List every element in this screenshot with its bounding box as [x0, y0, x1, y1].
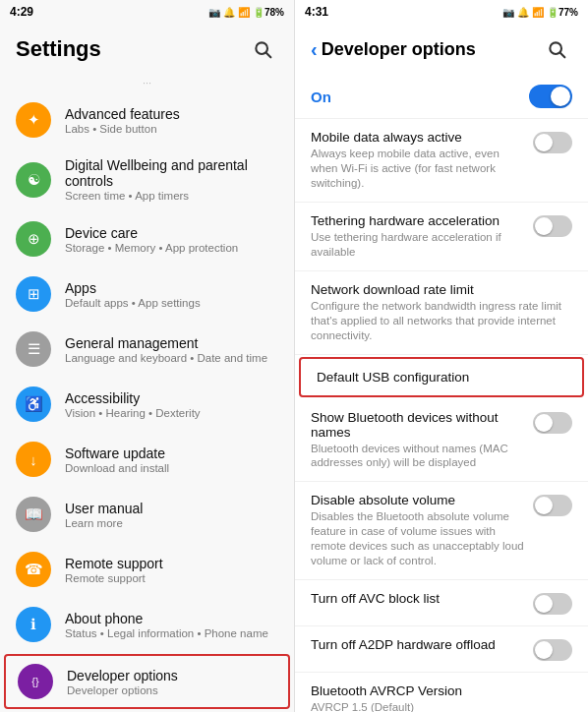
developer-subtitle: Developer options — [67, 684, 276, 696]
manual-subtitle: Learn more — [65, 517, 278, 529]
device-icon: ⊕ — [16, 221, 51, 257]
left-search-button[interactable] — [247, 33, 278, 65]
sidebar-item-accessibility[interactable]: ♿AccessibilityVision • Hearing • Dexteri… — [0, 377, 294, 432]
sidebar-item-wellbeing[interactable]: ☯Digital Wellbeing and parental controls… — [0, 148, 294, 211]
back-button[interactable]: ‹ Developer options — [311, 38, 476, 61]
tethering-toggle[interactable] — [533, 215, 572, 237]
on-toggle[interactable] — [529, 85, 572, 108]
dev-item-avrcp[interactable]: Bluetooth AVRCP VersionAVRCP 1.5 (Defaul… — [295, 673, 588, 712]
remote-subtitle: Remote support — [65, 572, 278, 584]
absolute_volume-toggle-knob — [535, 497, 553, 514]
developer-title: Developer options — [67, 668, 276, 683]
settings-list: ···✦Advanced featuresLabs • Side button☯… — [0, 75, 294, 712]
developer-icon: {} — [18, 664, 53, 699]
back-arrow-icon: ‹ — [311, 38, 318, 61]
apps-subtitle: Default apps • App settings — [65, 297, 278, 309]
avc_block-toggle-knob — [535, 595, 553, 613]
apps-title: Apps — [65, 280, 278, 296]
volume-icon: 🔔 — [223, 7, 235, 18]
accessibility-icon: ♿ — [16, 386, 51, 422]
on-toggle-row[interactable]: On — [295, 75, 588, 119]
right-volume-icon: 🔔 — [517, 7, 529, 18]
sidebar-item-developer[interactable]: {}Developer optionsDeveloper options — [4, 654, 290, 709]
tethering-title: Tethering hardware acceleration — [311, 213, 525, 228]
remote-title: Remote support — [65, 556, 278, 571]
mobile_data-toggle-knob — [535, 134, 553, 151]
mobile_data-toggle[interactable] — [533, 132, 572, 153]
bluetooth_names-subtitle: Bluetooth devices without names (MAC add… — [311, 442, 525, 471]
sidebar-item-about[interactable]: ℹAbout phoneStatus • Legal information •… — [0, 597, 294, 652]
left-header: Settings — [0, 24, 294, 75]
about-title: About phone — [65, 611, 278, 626]
a2dp-toggle-knob — [535, 641, 553, 659]
network_download-title: Network download rate limit — [311, 282, 572, 297]
avrcp-subtitle: AVRCP 1.5 (Default) — [311, 700, 572, 712]
dev-item-usb_config[interactable]: Default USB configuration — [299, 357, 584, 397]
dev-item-tethering[interactable]: Tethering hardware accelerationUse tethe… — [295, 203, 588, 271]
a2dp-toggle[interactable] — [533, 639, 572, 661]
sidebar-item-apps[interactable]: ⊞AppsDefault apps • App settings — [0, 267, 294, 322]
software-subtitle: Download and install — [65, 462, 278, 474]
dev-item-network_download[interactable]: Network download rate limitConfigure the… — [295, 271, 588, 355]
left-header-title: Settings — [16, 36, 101, 62]
right-signal-icon: 📶 — [532, 7, 544, 18]
sidebar-item-software[interactable]: ↓Software updateDownload and install — [0, 432, 294, 487]
left-status-icons: 📷 🔔 📶 🔋78% — [208, 7, 284, 18]
sidebar-item-manual[interactable]: 📖User manualLearn more — [0, 487, 294, 542]
manual-icon: 📖 — [16, 497, 51, 532]
dev-item-mobile_data[interactable]: Mobile data always activeAlways keep mob… — [295, 119, 588, 203]
on-label: On — [311, 89, 331, 105]
right-header-title: Developer options — [322, 39, 476, 60]
advanced-subtitle: Labs • Side button — [65, 123, 278, 135]
absolute_volume-title: Disable absolute volume — [311, 493, 525, 507]
a2dp-title: Turn off A2DP hardware offload — [311, 637, 525, 652]
advanced-icon: ✦ — [16, 102, 51, 138]
dev-item-bluetooth_names[interactable]: Show Bluetooth devices without namesBlue… — [295, 399, 588, 483]
developer-options-list: On Mobile data always activeAlways keep … — [295, 75, 588, 712]
right-header: ‹ Developer options — [295, 24, 588, 75]
svg-line-3 — [560, 53, 565, 58]
avc_block-title: Turn off AVC block list — [311, 591, 525, 606]
absolute_volume-subtitle: Disables the Bluetooth absolute volume f… — [311, 509, 525, 568]
remote-icon: ☎ — [16, 552, 51, 587]
right-time: 4:31 — [305, 5, 328, 19]
sidebar-item-advanced[interactable]: ✦Advanced featuresLabs • Side button — [0, 92, 294, 148]
right-status-icons: 📷 🔔 📶 🔋77% — [502, 7, 578, 18]
camera-indicator-icon: 📷 — [208, 7, 220, 18]
right-camera-icon: 📷 — [502, 7, 514, 18]
left-panel: 4:29 📷 🔔 📶 🔋78% Settings ···✦Advanced fe… — [0, 0, 294, 712]
software-icon: ↓ — [16, 442, 51, 477]
about-icon: ℹ — [16, 607, 51, 642]
left-status-bar: 4:29 📷 🔔 📶 🔋78% — [0, 0, 294, 24]
sidebar-item-device[interactable]: ⊕Device careStorage • Memory • App prote… — [0, 211, 294, 267]
manual-title: User manual — [65, 501, 278, 516]
mobile_data-subtitle: Always keep mobile data active, even whe… — [311, 147, 525, 191]
right-panel: 4:31 📷 🔔 📶 🔋77% ‹ Developer options On M… — [294, 0, 588, 712]
avc_block-toggle[interactable] — [533, 593, 572, 615]
device-title: Device care — [65, 225, 278, 241]
wellbeing-icon: ☯ — [16, 162, 51, 198]
sidebar-item-remote[interactable]: ☎Remote supportRemote support — [0, 542, 294, 597]
avrcp-title: Bluetooth AVRCP Version — [311, 683, 572, 698]
signal-icon: 📶 — [238, 7, 250, 18]
right-search-button[interactable] — [541, 33, 572, 65]
dev-item-absolute_volume[interactable]: Disable absolute volumeDisables the Blue… — [295, 482, 588, 580]
dev-item-a2dp[interactable]: Turn off A2DP hardware offload — [295, 626, 588, 673]
right-status-bar: 4:31 📷 🔔 📶 🔋77% — [295, 0, 588, 24]
sidebar-item-general[interactable]: ☰General managementLanguage and keyboard… — [0, 322, 294, 377]
usb_config-title: Default USB configuration — [317, 370, 566, 385]
left-time: 4:29 — [10, 5, 33, 19]
mobile_data-title: Mobile data always active — [311, 130, 525, 145]
absolute_volume-toggle[interactable] — [533, 495, 572, 516]
wellbeing-subtitle: Screen time • App timers — [65, 190, 278, 202]
dev-item-avc_block[interactable]: Turn off AVC block list — [295, 580, 588, 626]
software-title: Software update — [65, 445, 278, 461]
right-battery-icon: 🔋77% — [547, 7, 578, 18]
network_download-subtitle: Configure the network bandwidth ingress … — [311, 299, 572, 343]
general-icon: ☰ — [16, 331, 51, 367]
bluetooth_names-toggle[interactable] — [533, 412, 572, 434]
wellbeing-title: Digital Wellbeing and parental controls — [65, 157, 278, 189]
tethering-subtitle: Use tethering hardware acceleration if a… — [311, 230, 525, 260]
device-subtitle: Storage • Memory • App protection — [65, 242, 278, 254]
accessibility-title: Accessibility — [65, 390, 278, 406]
